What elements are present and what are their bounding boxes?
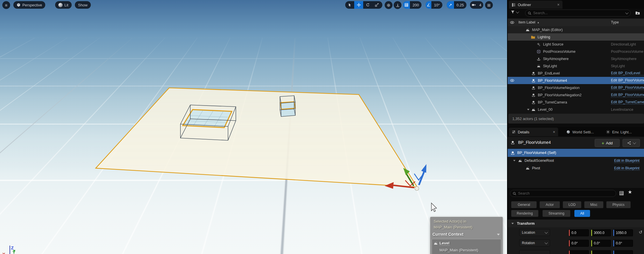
reset-location-icon[interactable]: ↺ (639, 230, 643, 235)
scene-component-icon (518, 159, 522, 163)
component-row-self[interactable]: BP_FloorVolume4 (Self) (508, 149, 644, 157)
scale-y-field[interactable] (591, 250, 611, 254)
location-dropdown[interactable]: Location (519, 229, 550, 236)
blueprint-dropdown-button[interactable] (623, 139, 640, 147)
layout-grid-icon: ⊞ (487, 3, 491, 8)
outliner-row-bp-floorvolumenegation2[interactable]: BP_FloorVolumeNegation2 Edit BP_FloorVol… (508, 91, 644, 99)
scale-snap-toggle[interactable]: ↗ (447, 1, 454, 9)
details-close-button[interactable]: × (553, 130, 555, 134)
outliner-row-bp-endlevel[interactable]: BP_EndLevel Edit BP_EndLevel (508, 70, 644, 77)
details-search-input[interactable]: Search (510, 190, 616, 197)
rotation-dropdown[interactable]: Rotation (519, 240, 550, 246)
filter-all[interactable]: All (574, 210, 590, 217)
surface-snapping-button[interactable] (394, 1, 401, 9)
outliner-filter-button[interactable] (511, 10, 519, 14)
world-space-toggle[interactable]: ⊕ (385, 1, 392, 9)
select-tool-button[interactable] (345, 1, 354, 9)
rotation-y-value: 0.0° (594, 241, 600, 245)
outliner-row-level00[interactable]: Level_00 LevelInstance (508, 106, 644, 113)
angle-snap-value[interactable]: 10° (431, 1, 442, 9)
add-component-button[interactable]: + Add (595, 139, 620, 147)
postprocess-icon (537, 50, 541, 54)
perspective-button[interactable]: Perspective (13, 1, 45, 9)
viewport-menu-button[interactable]: ≡ (2, 1, 10, 9)
filter-physics[interactable]: Physics (606, 201, 631, 208)
outliner-search-input[interactable]: Search... (525, 10, 631, 17)
scale-snap-value[interactable]: 0.25 (454, 1, 466, 9)
popup-line2: MAP_Main (Persistent) (434, 225, 473, 229)
rotation-z-field[interactable]: 0.0° (613, 240, 633, 247)
tab-world-settings[interactable]: World Setti... (563, 128, 597, 136)
move-tool-button[interactable] (354, 1, 363, 9)
visibility-eye-icon[interactable] (510, 78, 514, 83)
column-type[interactable]: Type (611, 20, 619, 24)
camera-speed-button[interactable] (470, 1, 477, 9)
outliner-row-bp-turretcamera[interactable]: BP_TurretCamera Edit BP_TurretCamera (508, 99, 644, 106)
outliner-close-button[interactable]: × (557, 2, 560, 7)
expander-arrow-icon[interactable] (527, 109, 529, 110)
scale-tool-button[interactable] (372, 1, 381, 9)
lit-button[interactable]: Lit (55, 1, 72, 9)
scale-z-field[interactable] (613, 250, 633, 254)
edit-in-blueprint-link[interactable]: Edit in Blueprint (614, 159, 640, 163)
filter-misc[interactable]: Misc (584, 201, 603, 208)
component-row-pivot[interactable]: Pivot Edit in Blueprint (508, 164, 644, 172)
row-label: BP_FloorVolumeNegation2 (538, 93, 582, 97)
column-item-label[interactable]: Item Label (518, 20, 535, 24)
row-edit-link[interactable]: Edit BP_TurretCamera (611, 100, 644, 104)
rotate-icon (366, 3, 370, 7)
outliner-row-postprocess[interactable]: PostProcessVolume PostProcessVolume (508, 48, 644, 55)
outliner-status-bar: 1,352 actors (1 selected) (508, 114, 644, 124)
visibility-eye-icon[interactable] (510, 20, 514, 25)
grid-snap-toggle[interactable] (403, 1, 410, 9)
x-axis-color-bar (569, 251, 570, 254)
outliner-row-map-main[interactable]: MAP_Main (Editor) (508, 26, 644, 33)
transform-section-header[interactable]: Transform (508, 219, 644, 228)
camera-speed-control: 4 (470, 1, 483, 9)
tab-details[interactable]: Details × (509, 128, 558, 136)
edit-in-blueprint-link[interactable]: Edit in Blueprint (614, 166, 640, 170)
location-x-field[interactable]: 0.0 (569, 229, 589, 236)
scale-dropdown[interactable] (519, 250, 550, 254)
angle-snap-toggle[interactable]: ∠ (426, 1, 431, 9)
level-value[interactable]: MAP_Main (Persistent) (439, 248, 478, 252)
scale-x-field[interactable] (569, 250, 589, 254)
expander-arrow-icon[interactable] (513, 160, 515, 162)
rotation-y-field[interactable]: 0.0° (591, 240, 611, 247)
filter-general[interactable]: General (511, 201, 537, 208)
show-button[interactable]: Show (75, 1, 91, 9)
viewport-3d[interactable]: Z Y X ≡ Perspective Lit Show (0, 0, 507, 254)
row-edit-link[interactable]: Edit BP_EndLevel (611, 71, 644, 75)
rotation-z-value: 0.0° (616, 241, 622, 245)
tab-outliner[interactable]: Outliner × (509, 1, 562, 9)
outliner-row-bp-floorvolume4-selected[interactable]: BP_FloorVolume4 Edit BP_FloorVolume4 (508, 77, 644, 84)
row-edit-link[interactable]: Edit BP_FloorVolumeNeg (611, 86, 644, 90)
rotation-x-field[interactable]: 0.0° (569, 240, 589, 247)
component-row-defaultsceneroot[interactable]: DefaultSceneRoot Edit in Blueprint (508, 157, 644, 164)
filter-rendering[interactable]: Rendering (511, 210, 538, 217)
filter-lod[interactable]: LOD (563, 201, 581, 208)
level-row[interactable]: Level (434, 241, 450, 246)
outliner-add-folder-button[interactable] (635, 10, 640, 15)
y-axis-color-bar (591, 240, 592, 246)
location-y-field[interactable]: 3000.0 (591, 229, 611, 236)
outliner-row-light-source[interactable]: Light Source DirectionalLight (508, 41, 644, 48)
outliner-row-lighting[interactable]: Lighting (508, 33, 644, 41)
filter-actor[interactable]: Actor (540, 201, 560, 208)
x-axis-color-bar (569, 240, 570, 246)
outliner-row-skylight[interactable]: SkyLight SkyLight (508, 62, 644, 70)
favorites-star-icon[interactable]: ★ (628, 189, 632, 195)
location-z-field[interactable]: 1050.0 (613, 229, 633, 236)
tab-env-light[interactable]: Env. Light... (603, 128, 635, 136)
outliner-row-skyatmosphere[interactable]: SkyAtmosphere SkyAtmosphere (508, 55, 644, 62)
row-edit-link[interactable]: Edit BP_FloorVolume4 (611, 78, 644, 83)
filter-streaming[interactable]: Streaming (542, 210, 570, 217)
outliner-row-bp-floorvolumenegation[interactable]: BP_FloorVolumeNegation Edit BP_FloorVolu… (508, 84, 644, 91)
display-settings-icon[interactable] (619, 191, 624, 196)
grid-snap-value[interactable]: 200 (410, 1, 422, 9)
viewport-layout-button[interactable]: ⊞ (485, 1, 493, 9)
row-edit-link[interactable]: Edit BP_FloorVolumeNeg (611, 93, 644, 97)
context-dropdown-arrow[interactable] (497, 234, 500, 235)
rotate-tool-button[interactable] (363, 1, 372, 9)
hamburger-icon: ≡ (5, 3, 8, 8)
